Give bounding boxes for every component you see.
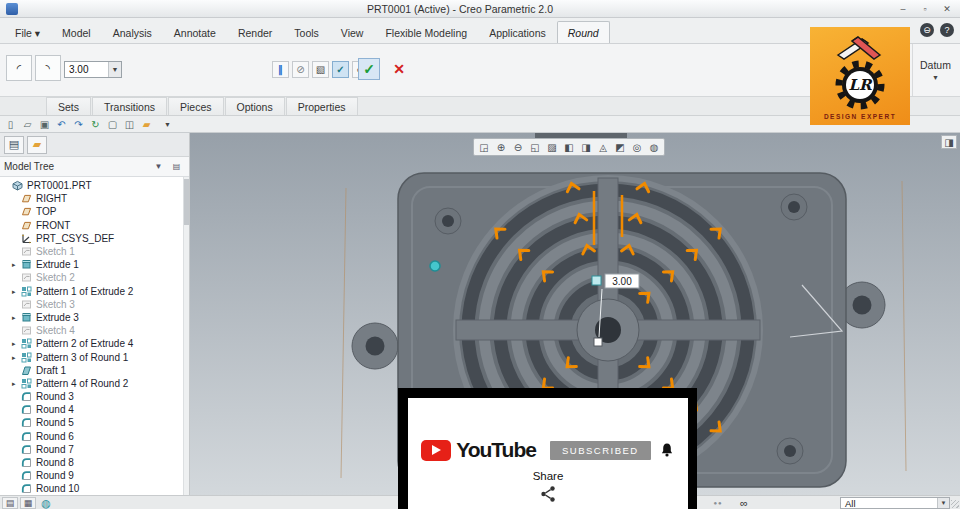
tree-item[interactable]: Round 10: [0, 482, 189, 495]
tree-item[interactable]: Round 4: [0, 403, 189, 416]
folder-icon[interactable]: ▰: [139, 117, 154, 131]
chevron-down-icon[interactable]: ▼: [932, 74, 939, 81]
display-style-icon[interactable]: ◧: [561, 140, 577, 154]
new-file-icon[interactable]: ▯: [3, 117, 18, 131]
tree-item[interactable]: Round 7: [0, 443, 189, 456]
tree-item[interactable]: Draft 1: [0, 364, 189, 377]
close-window-icon[interactable]: ▢: [105, 117, 120, 131]
windows-icon[interactable]: ◫: [122, 117, 137, 131]
tab-render[interactable]: Render: [227, 21, 283, 43]
cancel-x-icon[interactable]: ✕: [388, 58, 410, 80]
tab-analysis[interactable]: Analysis: [102, 21, 163, 43]
tree-item[interactable]: ▸Pattern 2 of Extrude 4: [0, 337, 189, 350]
preview-attached-icon[interactable]: ✓: [332, 61, 349, 78]
tree-item[interactable]: Round 8: [0, 456, 189, 469]
expand-arrow-icon[interactable]: ▸: [12, 351, 21, 364]
undo-icon[interactable]: ↶: [54, 117, 69, 131]
datum-display-icon[interactable]: ◬: [595, 140, 611, 154]
round-transitions-icon[interactable]: ◝: [35, 55, 61, 81]
refit-icon[interactable]: ◱: [527, 140, 543, 154]
minimize-icon[interactable]: –: [896, 3, 910, 15]
tree-item[interactable]: PRT_CSYS_DEF: [0, 232, 189, 245]
preview-detached-icon[interactable]: ▧: [312, 61, 329, 78]
repaint-icon[interactable]: ▨: [544, 140, 560, 154]
tree-item[interactable]: ▸Extrude 3: [0, 311, 189, 324]
tab-file[interactable]: File ▾: [4, 21, 51, 43]
tab-applications[interactable]: Applications: [478, 21, 557, 43]
chevron-down-icon[interactable]: ▼: [108, 62, 121, 77]
tree-item[interactable]: Round 9: [0, 469, 189, 482]
panel-toggle-icon[interactable]: ◨: [941, 135, 957, 149]
open-icon[interactable]: ▱: [20, 117, 35, 131]
subtab-sets[interactable]: Sets: [46, 97, 91, 115]
ok-check-icon[interactable]: ✓: [358, 58, 380, 80]
reference-point[interactable]: [430, 261, 440, 271]
zoom-in-icon[interactable]: ⊕: [493, 140, 509, 154]
pause-icon[interactable]: ∥: [272, 61, 289, 78]
regenerate-icon[interactable]: ↻: [88, 117, 103, 131]
tree-item[interactable]: FRONT: [0, 219, 189, 232]
model-tree-toggle-icon[interactable]: ▤: [2, 497, 18, 509]
tree-item[interactable]: Round 3: [0, 390, 189, 403]
tree-scrollbar-thumb[interactable]: [184, 179, 189, 225]
search-binoculars-icon[interactable]: ∞: [736, 497, 752, 509]
tree-item[interactable]: Sketch 3: [0, 298, 189, 311]
tree-item[interactable]: Sketch 4: [0, 324, 189, 337]
subscribed-button[interactable]: SUBSCRIBED: [550, 441, 651, 460]
web-icon[interactable]: ◍: [38, 497, 54, 509]
chevron-down-icon[interactable]: ▼: [937, 498, 949, 508]
radius-value[interactable]: 3.00: [65, 64, 108, 75]
tree-item[interactable]: ▸Extrude 1: [0, 258, 189, 271]
settings-list-icon[interactable]: ▤: [167, 159, 185, 174]
browser-toggle-icon[interactable]: ▦: [20, 497, 36, 509]
model-tree-tab-icon[interactable]: ▤: [4, 136, 24, 154]
title-bar[interactable]: PRT0001 (Active) - Creo Parametric 2.0 –…: [0, 0, 960, 18]
subtab-transitions[interactable]: Transitions: [92, 97, 167, 115]
round-sets-icon[interactable]: ◜: [6, 55, 32, 81]
resize-grip[interactable]: [951, 500, 959, 508]
maximize-icon[interactable]: ▫: [918, 3, 932, 15]
filter-icon[interactable]: ▼: [149, 159, 167, 174]
share-icon[interactable]: [539, 485, 557, 503]
tree-item[interactable]: Sketch 1: [0, 245, 189, 258]
radius-input[interactable]: 3.00 ▼: [64, 61, 122, 78]
drag-handle[interactable]: [594, 338, 602, 346]
tree-item[interactable]: ▸Pattern 4 of Round 2: [0, 377, 189, 390]
selection-dots-icon[interactable]: ●●: [710, 497, 726, 509]
tree-scrollbar[interactable]: [183, 177, 189, 495]
tab-flexible-modeling[interactable]: Flexible Modeling: [374, 21, 478, 43]
expand-arrow-icon[interactable]: ▸: [12, 337, 21, 350]
more-icon[interactable]: ▼: [160, 117, 175, 131]
tree-item[interactable]: TOP: [0, 205, 189, 218]
annotation-display-icon[interactable]: ◩: [612, 140, 628, 154]
tab-round[interactable]: Round: [557, 21, 610, 43]
zoom-out-icon[interactable]: ⊖: [510, 140, 526, 154]
expand-arrow-icon[interactable]: ▸: [12, 285, 21, 298]
minimize-ribbon-icon[interactable]: ⊖: [920, 23, 934, 37]
view-manager-icon[interactable]: ◍: [646, 140, 662, 154]
tab-model[interactable]: Model: [51, 21, 102, 43]
tree-item[interactable]: ▸Pattern 3 of Round 1: [0, 350, 189, 363]
subtab-properties[interactable]: Properties: [286, 97, 358, 115]
redo-icon[interactable]: ↷: [71, 117, 86, 131]
tree-item[interactable]: ▸Pattern 1 of Extrude 2: [0, 285, 189, 298]
help-icon[interactable]: ?: [940, 23, 954, 37]
tree-item[interactable]: PRT0001.PRT: [0, 179, 189, 192]
tree-item[interactable]: Round 5: [0, 416, 189, 429]
tab-view[interactable]: View: [330, 21, 375, 43]
spin-center-icon[interactable]: ◎: [629, 140, 645, 154]
folder-browser-tab-icon[interactable]: ▰: [27, 136, 47, 154]
expand-arrow-icon[interactable]: ▸: [12, 377, 21, 390]
tab-tools[interactable]: Tools: [283, 21, 330, 43]
tab-annotate[interactable]: Annotate: [163, 21, 227, 43]
subtab-pieces[interactable]: Pieces: [168, 97, 224, 115]
tree-item[interactable]: Sketch 2: [0, 271, 189, 284]
dimension-value[interactable]: 3.00: [612, 276, 632, 287]
selection-filter-dropdown[interactable]: All ▼: [840, 497, 950, 509]
tree-item[interactable]: RIGHT: [0, 192, 189, 205]
save-icon[interactable]: ▣: [37, 117, 52, 131]
remove-set-icon[interactable]: ⊘: [292, 61, 309, 78]
expand-arrow-icon[interactable]: ▸: [12, 311, 21, 324]
zoom-window-icon[interactable]: ◲: [476, 140, 492, 154]
tree-item[interactable]: Round 6: [0, 430, 189, 443]
